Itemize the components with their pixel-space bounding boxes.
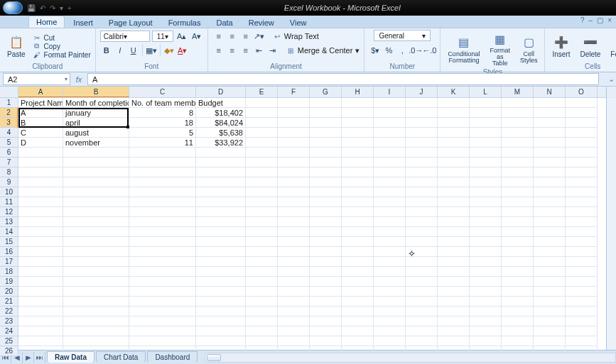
cell-N23[interactable]	[534, 316, 566, 326]
cell-H3[interactable]	[342, 118, 374, 128]
sheet-tab-dashboard[interactable]: Dashboard	[147, 351, 198, 363]
wrap-text-button[interactable]: ↩Wrap Text	[273, 30, 319, 43]
cell-N25[interactable]	[534, 336, 566, 346]
cell-J25[interactable]	[406, 336, 438, 346]
cell-K9[interactable]	[438, 177, 470, 187]
cell-C17[interactable]	[129, 257, 196, 267]
row-header-1[interactable]: 1	[0, 98, 18, 108]
cell-I25[interactable]	[374, 336, 406, 346]
col-header-N[interactable]: N	[534, 87, 566, 97]
cell-E19[interactable]	[246, 277, 278, 287]
cell-N13[interactable]	[534, 217, 566, 227]
cell-L14[interactable]	[470, 227, 502, 237]
cell-M1[interactable]	[502, 98, 534, 108]
cell-A17[interactable]	[18, 257, 63, 267]
cell-L10[interactable]	[470, 187, 502, 197]
cell-F10[interactable]	[278, 187, 310, 197]
row-header-22[interactable]: 22	[0, 307, 18, 316]
col-header-H[interactable]: H	[342, 87, 374, 97]
cell-O24[interactable]	[566, 326, 598, 336]
cell-L2[interactable]	[470, 108, 502, 118]
conditional-formatting-button[interactable]: ▤Conditional Formatting	[445, 33, 482, 65]
cell-C5[interactable]: 11	[129, 138, 196, 148]
bold-button[interactable]: B	[100, 44, 113, 57]
cell-D22[interactable]	[196, 307, 246, 316]
row-header-9[interactable]: 9	[0, 177, 18, 187]
cell-O20[interactable]	[566, 287, 598, 297]
comma-button[interactable]: ,	[396, 44, 409, 57]
cell-M13[interactable]	[502, 217, 534, 227]
cell-G21[interactable]	[310, 297, 342, 307]
cell-I20[interactable]	[374, 287, 406, 297]
vertical-scrollbar[interactable]	[606, 87, 616, 350]
row-header-17[interactable]: 17	[0, 257, 18, 267]
cell-L3[interactable]	[470, 118, 502, 128]
currency-button[interactable]: $▾	[369, 44, 382, 57]
cell-H15[interactable]	[342, 237, 374, 247]
cell-K1[interactable]	[438, 98, 470, 108]
cell-D6[interactable]	[196, 148, 246, 158]
cell-K10[interactable]	[438, 187, 470, 197]
insert-cells-button[interactable]: ➕Insert	[549, 33, 573, 60]
cell-J3[interactable]	[406, 118, 438, 128]
cell-O1[interactable]	[566, 98, 598, 108]
cell-C7[interactable]	[129, 158, 196, 167]
cell-E14[interactable]	[246, 227, 278, 237]
cell-J8[interactable]	[406, 167, 438, 177]
cell-E23[interactable]	[246, 316, 278, 326]
cell-F5[interactable]	[278, 138, 310, 148]
cell-E24[interactable]	[246, 326, 278, 336]
cell-B5[interactable]: november	[63, 138, 129, 148]
cell-I8[interactable]	[374, 167, 406, 177]
tab-review[interactable]: Review	[242, 17, 281, 28]
cell-K13[interactable]	[438, 217, 470, 227]
cell-D10[interactable]	[196, 187, 246, 197]
col-header-B[interactable]: B	[63, 87, 129, 97]
cell-A23[interactable]	[18, 316, 63, 326]
row-header-23[interactable]: 23	[0, 316, 18, 326]
cell-M11[interactable]	[502, 197, 534, 207]
cell-A5[interactable]: D	[18, 138, 63, 148]
cell-E15[interactable]	[246, 237, 278, 247]
cell-L16[interactable]	[470, 247, 502, 257]
cell-J24[interactable]	[406, 326, 438, 336]
cell-M18[interactable]	[502, 267, 534, 277]
cell-L13[interactable]	[470, 217, 502, 227]
cell-D17[interactable]	[196, 257, 246, 267]
cell-N6[interactable]	[534, 148, 566, 158]
cell-N19[interactable]	[534, 277, 566, 287]
cell-C10[interactable]	[129, 187, 196, 197]
cell-F3[interactable]	[278, 118, 310, 128]
cell-F11[interactable]	[278, 197, 310, 207]
cell-A7[interactable]	[18, 158, 63, 167]
cell-E17[interactable]	[246, 257, 278, 267]
cell-J2[interactable]	[406, 108, 438, 118]
align-left-button[interactable]: ≡	[212, 44, 225, 57]
cell-O7[interactable]	[566, 158, 598, 167]
cell-M25[interactable]	[502, 336, 534, 346]
cell-E12[interactable]	[246, 207, 278, 217]
cell-L1[interactable]	[470, 98, 502, 108]
cell-J4[interactable]	[406, 128, 438, 138]
cell-L17[interactable]	[470, 257, 502, 267]
cell-A4[interactable]: C	[18, 128, 63, 138]
cell-B10[interactable]	[63, 187, 129, 197]
cell-I12[interactable]	[374, 207, 406, 217]
cell-O15[interactable]	[566, 237, 598, 247]
number-format-select[interactable]: General▾	[374, 30, 431, 41]
cell-H18[interactable]	[342, 267, 374, 277]
row-header-10[interactable]: 10	[0, 187, 18, 197]
cell-B3[interactable]: april	[63, 118, 129, 128]
cell-N18[interactable]	[534, 267, 566, 277]
cell-C24[interactable]	[129, 326, 196, 336]
cell-L19[interactable]	[470, 277, 502, 287]
cell-L12[interactable]	[470, 207, 502, 217]
row-header-16[interactable]: 16	[0, 247, 18, 257]
cell-C2[interactable]: 8	[129, 108, 196, 118]
spreadsheet-grid[interactable]: ABCDEFGHIJKLMNO 123456789101112131415161…	[0, 87, 616, 350]
cell-D11[interactable]	[196, 197, 246, 207]
cell-A15[interactable]	[18, 237, 63, 247]
tab-page-layout[interactable]: Page Layout	[102, 17, 160, 28]
cell-D7[interactable]	[196, 158, 246, 167]
cell-G1[interactable]	[310, 98, 342, 108]
